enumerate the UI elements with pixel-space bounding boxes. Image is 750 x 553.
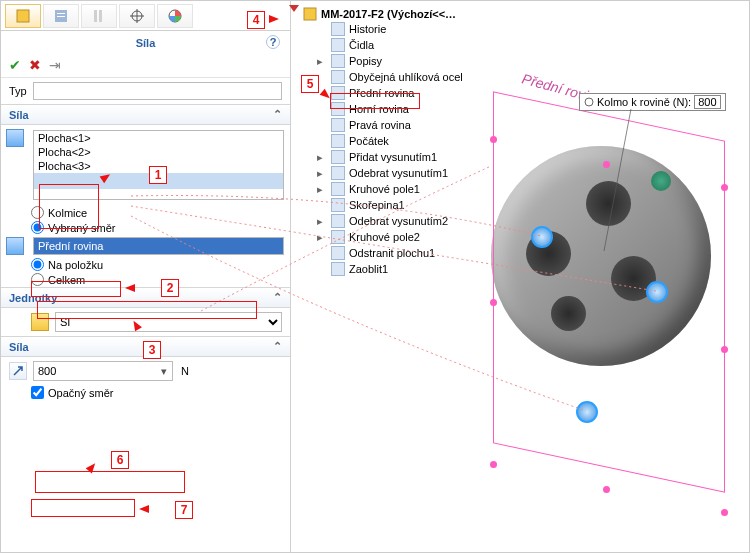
callout-4: 4: [247, 11, 265, 29]
callout-3: 3: [143, 341, 161, 359]
force-value-dropdown[interactable]: ▾: [161, 365, 167, 378]
tree-root-label[interactable]: MM-2017-F2 (Výchozí<<…: [321, 8, 456, 20]
fillet-icon: [331, 262, 345, 276]
lock-icon: [584, 97, 594, 107]
annotations-icon: [331, 54, 345, 68]
extrude-icon: [331, 150, 345, 164]
delete-face-icon: [331, 246, 345, 260]
cut-icon: [331, 166, 345, 180]
svg-rect-10: [304, 8, 316, 20]
callout-1: 1: [149, 166, 167, 184]
check-opacny-label: Opačný směr: [48, 387, 113, 399]
force-direction-icon[interactable]: [9, 362, 27, 380]
help-icon[interactable]: ?: [266, 35, 280, 49]
feature-tree[interactable]: MM-2017-F2 (Výchozí<<… Historie Čidla ▸P…: [303, 7, 503, 277]
callout-7: 7: [175, 501, 193, 519]
direction-selected[interactable]: Přední rovina: [33, 237, 284, 255]
callout-2: 2: [161, 279, 179, 297]
tab-feature[interactable]: [5, 4, 41, 28]
pin-button[interactable]: ⇥: [49, 57, 61, 73]
cancel-button[interactable]: ✖: [29, 57, 41, 73]
plane-icon: [331, 118, 345, 132]
flyout-arrow-icon[interactable]: [289, 5, 299, 17]
sensors-icon: [331, 38, 345, 52]
section-sila2-label: Síla: [9, 341, 29, 353]
type-input[interactable]: [33, 82, 282, 100]
tree-item[interactable]: Skořepina1: [349, 199, 405, 211]
origin-icon: [331, 134, 345, 148]
section-sila-label: Síla: [9, 109, 29, 121]
radio-na-polozku[interactable]: Na položku: [1, 257, 290, 272]
tree-item[interactable]: Pravá rovina: [349, 119, 411, 131]
face-select-icon[interactable]: [6, 129, 24, 147]
svg-point-11: [585, 98, 593, 106]
tree-item[interactable]: Obyčejná uhlíková ocel: [349, 71, 463, 83]
cut-icon: [331, 214, 345, 228]
shell-icon: [331, 198, 345, 212]
list-item[interactable]: Plocha<1>: [34, 131, 283, 145]
tree-item[interactable]: Čidla: [349, 39, 374, 51]
svg-rect-3: [57, 16, 65, 17]
tree-item[interactable]: Odebrat vysunutím1: [349, 167, 448, 179]
confirm-row: ✔ ✖ ⇥: [1, 53, 290, 78]
type-row: Typ: [1, 78, 290, 104]
ok-button[interactable]: ✔: [9, 57, 21, 73]
chevron-up-icon: ⌃: [273, 340, 282, 353]
radio-na-polozku-label: Na položku: [48, 259, 103, 271]
pattern-icon: [331, 230, 345, 244]
tree-item[interactable]: Popisy: [349, 55, 382, 67]
tab-config[interactable]: [81, 4, 117, 28]
tree-item[interactable]: Zaoblit1: [349, 263, 388, 275]
force-tooltip: Kolmo k rovině (N): 800: [579, 93, 726, 111]
panel-title: Síla ?: [1, 31, 290, 53]
direction-select-icon[interactable]: [6, 237, 24, 255]
tooltip-label: Kolmo k rovině (N):: [597, 96, 691, 108]
list-item[interactable]: Plocha<2>: [34, 145, 283, 159]
history-icon: [331, 22, 345, 36]
tree-item[interactable]: Historie: [349, 23, 386, 35]
force-unit: N: [181, 365, 189, 377]
callout-6: 6: [111, 451, 129, 469]
pattern-icon: [331, 182, 345, 196]
svg-rect-4: [94, 10, 97, 22]
plane-boundingbox[interactable]: [493, 91, 725, 492]
tooltip-value[interactable]: 800: [694, 95, 720, 109]
tab-dim[interactable]: [119, 4, 155, 28]
tree-item[interactable]: Kruhové pole1: [349, 183, 420, 195]
tab-appearance[interactable]: [157, 4, 193, 28]
chevron-up-icon: ⌃: [273, 291, 282, 304]
tree-item[interactable]: Odebrat vysunutím2: [349, 215, 448, 227]
chevron-up-icon: ⌃: [273, 108, 282, 121]
tree-item[interactable]: Počátek: [349, 135, 389, 147]
tree-item[interactable]: Kruhové pole2: [349, 231, 420, 243]
part-icon: [303, 7, 317, 21]
svg-rect-0: [17, 10, 29, 22]
callout-5: 5: [301, 75, 319, 93]
tree-item[interactable]: Odstranit plochu1: [349, 247, 435, 259]
type-label: Typ: [9, 85, 27, 97]
tree-item[interactable]: Přidat vysunutím1: [349, 151, 437, 163]
force-value-input[interactable]: [33, 361, 173, 381]
tab-property[interactable]: [43, 4, 79, 28]
svg-rect-5: [99, 10, 102, 22]
section-sila-head[interactable]: Síla ⌃: [1, 104, 290, 125]
panel-title-text: Síla: [136, 37, 156, 49]
svg-rect-2: [57, 13, 65, 14]
check-opacny-smer[interactable]: Opačný směr: [1, 385, 290, 400]
material-icon: [331, 70, 345, 84]
